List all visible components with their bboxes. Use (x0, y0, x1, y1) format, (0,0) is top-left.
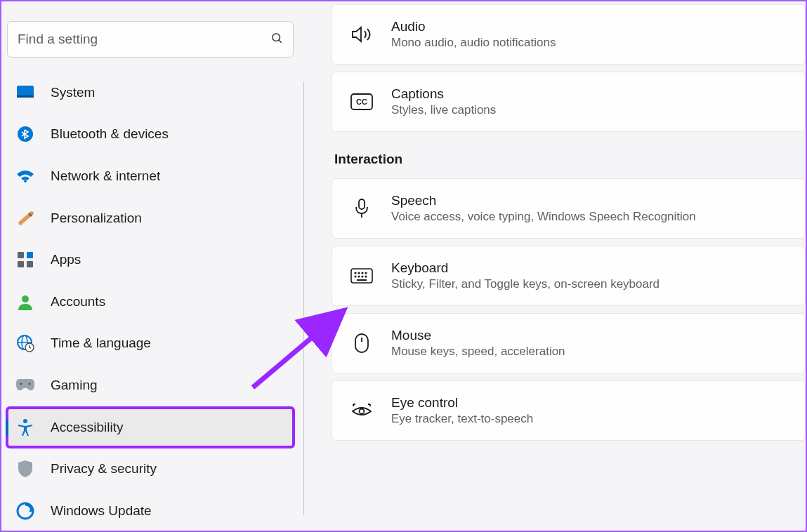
sidebar-item-label: Personalization (51, 211, 142, 226)
sidebar-item-label: Gaming (51, 378, 98, 393)
card-audio[interactable]: Audio Mono audio, audio notifications (332, 4, 806, 65)
sidebar-item-time-language[interactable]: Time & language (7, 324, 294, 364)
sidebar-item-accessibility[interactable]: Accessibility (7, 408, 294, 447)
bluetooth-icon (15, 124, 35, 144)
keyboard-icon (350, 265, 373, 287)
svg-point-0 (273, 34, 280, 41)
card-title: Eye control (391, 395, 533, 411)
paintbrush-icon (15, 208, 35, 228)
svg-rect-22 (359, 199, 365, 209)
sidebar-item-system[interactable]: System (7, 73, 294, 112)
card-title: Keyboard (391, 260, 660, 276)
svg-rect-6 (18, 252, 24, 258)
card-speech[interactable]: Speech Voice access, voice typing, Windo… (332, 178, 806, 239)
system-icon (15, 83, 35, 102)
apps-icon (15, 250, 35, 270)
sidebar-divider (303, 81, 304, 515)
sidebar-item-label: Bluetooth & devices (51, 126, 169, 142)
card-captions[interactable]: CC Captions Styles, live captions (332, 72, 806, 132)
svg-rect-34 (355, 334, 368, 352)
section-heading-interaction: Interaction (334, 152, 806, 167)
svg-point-30 (358, 276, 360, 277)
svg-text:CC: CC (356, 98, 367, 106)
sidebar-item-windows-update[interactable]: Windows Update (7, 491, 294, 531)
accessibility-icon (15, 418, 35, 437)
card-eye-control[interactable]: Eye control Eye tracker, text-to-speech (332, 380, 806, 441)
gamepad-icon (15, 375, 35, 395)
wifi-icon (15, 166, 35, 186)
sidebar-item-gaming[interactable]: Gaming (7, 366, 294, 405)
eye-icon (350, 399, 373, 422)
svg-point-16 (29, 383, 31, 385)
sidebar-item-personalization[interactable]: Personalization (7, 199, 294, 238)
sidebar-item-accounts[interactable]: Accounts (7, 282, 294, 321)
mouse-icon (350, 332, 373, 354)
card-subtitle: Mono audio, audio notifications (391, 36, 556, 50)
svg-point-36 (360, 409, 365, 414)
sidebar-item-label: Windows Update (51, 503, 152, 519)
sidebar-item-privacy[interactable]: Privacy & security (7, 450, 294, 489)
card-title: Speech (391, 193, 696, 208)
svg-point-17 (23, 419, 27, 423)
search-icon (270, 32, 283, 47)
card-subtitle: Voice access, voice typing, Windows Spee… (391, 210, 696, 224)
card-subtitle: Mouse keys, speed, acceleration (391, 345, 565, 359)
search-field[interactable] (7, 21, 294, 58)
card-keyboard[interactable]: Keyboard Sticky, Filter, and Toggle keys… (332, 246, 806, 306)
svg-point-25 (355, 272, 356, 274)
card-title: Captions (391, 86, 496, 102)
svg-point-31 (362, 276, 363, 277)
search-input[interactable] (18, 32, 270, 47)
sidebar-item-apps[interactable]: Apps (7, 240, 294, 279)
svg-point-27 (362, 272, 363, 274)
svg-rect-9 (27, 261, 33, 267)
svg-point-29 (355, 276, 356, 277)
card-mouse[interactable]: Mouse Mouse keys, speed, acceleration (332, 313, 806, 373)
person-icon (15, 292, 35, 312)
card-title: Mouse (391, 328, 565, 343)
sidebar-item-network[interactable]: Network & internet (7, 157, 294, 196)
update-icon (15, 501, 35, 521)
sidebar-item-label: System (51, 85, 95, 100)
svg-point-15 (20, 383, 22, 385)
sidebar-item-label: Apps (51, 252, 81, 267)
sidebar-item-bluetooth[interactable]: Bluetooth & devices (7, 114, 294, 154)
svg-rect-3 (17, 95, 34, 98)
svg-line-1 (279, 40, 282, 43)
card-subtitle: Styles, live captions (391, 103, 496, 117)
svg-rect-8 (18, 261, 24, 267)
svg-rect-2 (17, 86, 34, 97)
speaker-icon (350, 23, 373, 46)
card-title: Audio (391, 19, 556, 34)
sidebar-item-label: Accessibility (51, 420, 123, 435)
card-subtitle: Sticky, Filter, and Toggle keys, on-scre… (391, 277, 660, 291)
globe-clock-icon (15, 333, 35, 353)
main-panel: Audio Mono audio, audio notifications CC… (303, 1, 806, 531)
sidebar: System Bluetooth & devices Network & int… (1, 1, 303, 531)
sidebar-item-label: Privacy & security (51, 461, 157, 477)
card-subtitle: Eye tracker, text-to-speech (391, 412, 533, 426)
svg-point-5 (24, 180, 27, 182)
svg-point-28 (365, 272, 367, 274)
svg-rect-7 (27, 252, 33, 258)
sidebar-item-label: Network & internet (51, 168, 160, 184)
svg-point-26 (358, 272, 360, 274)
microphone-icon (350, 197, 373, 220)
captions-icon: CC (350, 91, 373, 113)
sidebar-item-label: Accounts (51, 294, 105, 310)
shield-icon (15, 459, 35, 479)
sidebar-item-label: Time & language (51, 335, 151, 351)
svg-point-32 (365, 276, 367, 277)
svg-point-10 (22, 295, 29, 302)
